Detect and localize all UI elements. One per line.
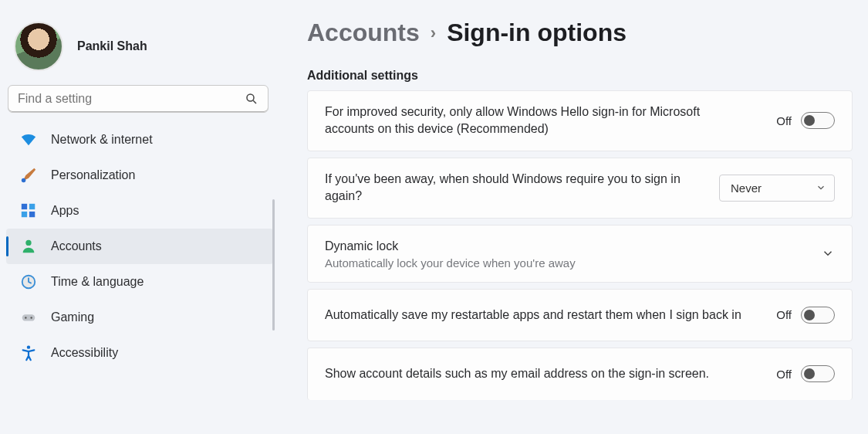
toggle-state: Off xyxy=(776,368,792,381)
sidebar-item-label: Time & language xyxy=(51,275,144,289)
setting-dynamic-lock[interactable]: Dynamic lock Automatically lock your dev… xyxy=(307,225,853,283)
gamepad-icon xyxy=(20,309,37,326)
sidebar-item-label: Network & internet xyxy=(51,133,153,147)
svg-rect-4 xyxy=(29,204,35,209)
toggle-restart-apps[interactable] xyxy=(801,307,835,324)
sidebar-item-personalization[interactable]: Personalization xyxy=(6,158,273,193)
toggle-state: Off xyxy=(776,114,792,127)
paintbrush-icon xyxy=(20,167,37,184)
setting-label: Show account details such as my email ad… xyxy=(325,365,709,382)
sidebar-item-accounts[interactable]: Accounts xyxy=(6,229,273,264)
svg-point-12 xyxy=(27,345,30,348)
user-profile[interactable]: Pankil Shah xyxy=(6,11,273,85)
chevron-right-icon: › xyxy=(431,23,436,43)
sidebar-item-network[interactable]: Network & internet xyxy=(6,122,273,158)
setting-restart-apps: Automatically save my restartable apps a… xyxy=(307,289,853,341)
wifi-icon xyxy=(20,131,37,148)
select-value: Never xyxy=(731,181,762,195)
toggle-windows-hello[interactable] xyxy=(801,112,835,129)
search-box[interactable] xyxy=(8,85,269,113)
sidebar-item-label: Accessibility xyxy=(51,346,118,360)
setting-label: Automatically save my restartable apps a… xyxy=(325,307,741,324)
chevron-down-icon xyxy=(816,182,826,193)
setting-require-signin: If you've been away, when should Windows… xyxy=(307,158,853,219)
page-title: Sign-in options xyxy=(447,19,627,47)
setting-title: Dynamic lock xyxy=(325,238,576,255)
toggle-state: Off xyxy=(776,308,792,321)
breadcrumb: Accounts › Sign-in options xyxy=(307,19,853,47)
svg-point-10 xyxy=(25,317,26,318)
accessibility-icon xyxy=(20,344,37,361)
setting-label: For improved security, only allow Window… xyxy=(325,103,741,138)
main-content: Accounts › Sign-in options Additional se… xyxy=(278,0,868,434)
avatar xyxy=(14,22,63,71)
svg-rect-6 xyxy=(29,212,35,217)
sidebar-item-gaming[interactable]: Gaming xyxy=(6,300,273,335)
clock-globe-icon xyxy=(20,273,37,290)
svg-rect-9 xyxy=(22,314,35,320)
breadcrumb-parent[interactable]: Accounts xyxy=(307,19,420,47)
svg-line-1 xyxy=(253,100,256,103)
setting-account-details: Show account details such as my email ad… xyxy=(307,348,853,400)
search-icon xyxy=(245,92,258,106)
svg-point-2 xyxy=(22,178,25,183)
setting-label: If you've been away, when should Windows… xyxy=(325,171,719,205)
user-name: Pankil Shah xyxy=(77,39,147,53)
setting-subtitle: Automatically lock your device when you'… xyxy=(325,256,576,270)
sidebar-item-label: Gaming xyxy=(51,310,94,324)
sidebar-item-accessibility[interactable]: Accessibility xyxy=(6,335,273,371)
svg-rect-3 xyxy=(22,204,27,209)
svg-point-0 xyxy=(247,94,254,101)
sidebar: Pankil Shah Network & internet Personali… xyxy=(0,0,278,434)
nav: Network & internet Personalization Apps … xyxy=(6,122,273,371)
person-icon xyxy=(20,238,37,255)
svg-rect-5 xyxy=(22,212,27,217)
sidebar-item-label: Personalization xyxy=(51,168,135,182)
toggle-account-details[interactable] xyxy=(801,365,835,382)
svg-point-7 xyxy=(25,240,31,246)
apps-icon xyxy=(20,202,37,219)
search-input[interactable] xyxy=(18,92,245,106)
chevron-down-icon[interactable] xyxy=(821,246,835,260)
scrollbar[interactable] xyxy=(272,199,275,331)
sidebar-item-apps[interactable]: Apps xyxy=(6,193,273,229)
section-title: Additional settings xyxy=(307,69,853,83)
require-signin-select[interactable]: Never xyxy=(719,175,835,202)
sidebar-item-time-language[interactable]: Time & language xyxy=(6,264,273,300)
setting-windows-hello: For improved security, only allow Window… xyxy=(307,90,853,151)
sidebar-item-label: Apps xyxy=(51,204,79,218)
sidebar-item-label: Accounts xyxy=(51,239,102,253)
svg-point-11 xyxy=(30,317,32,318)
